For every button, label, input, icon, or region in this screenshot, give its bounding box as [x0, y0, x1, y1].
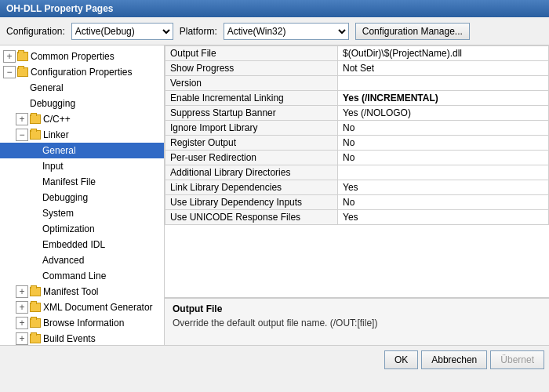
tree-label-linker-manifest: Manifest File	[42, 176, 96, 187]
tree-label-linker-input: Input	[42, 161, 64, 172]
toolbar: Configuration: Active(Debug) Platform: A…	[0, 17, 549, 45]
right-panel: Output File$(OutDir)\$(ProjectName).dllS…	[165, 45, 549, 345]
apply-button[interactable]: Übernet	[490, 350, 544, 369]
tree-label-linker: Linker	[43, 129, 69, 140]
tree-item-linker-optimization[interactable]: Optimization	[0, 221, 164, 237]
expander-manifest-tool[interactable]	[16, 285, 28, 298]
property-name-3: Enable Incremental Linking	[165, 91, 338, 106]
main-content: Common PropertiesConfiguration Propertie…	[0, 45, 549, 345]
property-row-1[interactable]: Show ProgressNot Set	[165, 61, 549, 76]
tree-item-linker[interactable]: Linker	[0, 127, 164, 143]
expander-xml-doc-gen[interactable]	[16, 301, 28, 314]
property-name-1: Show Progress	[165, 61, 338, 76]
tree-item-browse-info[interactable]: Browse Information	[0, 315, 164, 331]
property-name-6: Register Output	[165, 136, 338, 151]
configuration-select[interactable]: Active(Debug)	[71, 23, 173, 40]
property-row-2[interactable]: Version	[165, 76, 549, 91]
property-name-5: Ignore Import Library	[165, 121, 338, 136]
folder-icon-cpp	[30, 114, 41, 124]
tree-item-linker-general[interactable]: General	[0, 143, 164, 158]
expander-build-events[interactable]	[16, 332, 28, 345]
config-label: Configuration:	[6, 26, 65, 37]
property-row-8[interactable]: Additional Library Directories	[165, 165, 549, 180]
property-value-4: Yes (/NOLOGO)	[338, 106, 549, 121]
property-value-11: Yes	[338, 210, 549, 225]
property-name-11: Use UNICODE Response Files	[165, 210, 338, 225]
folder-icon-common-props	[17, 52, 28, 61]
expander-linker-manifest	[28, 176, 41, 188]
property-value-10: No	[338, 195, 549, 210]
expander-linker-general	[28, 144, 41, 157]
config-manager-button[interactable]: Configuration Manage...	[355, 23, 470, 40]
ok-button[interactable]: OK	[384, 350, 418, 369]
property-row-4[interactable]: Suppress Startup BannerYes (/NOLOGO)	[165, 106, 549, 121]
tree-item-common-props[interactable]: Common Properties	[0, 49, 164, 64]
property-row-3[interactable]: Enable Incremental LinkingYes (/INCREMEN…	[165, 91, 549, 106]
property-value-0: $(OutDir)\$(ProjectName).dll	[338, 46, 549, 61]
tree-label-linker-general: General	[42, 145, 76, 156]
folder-icon-manifest-tool	[30, 287, 41, 296]
expander-linker-embedded-idl	[28, 238, 41, 251]
description-text: Override the default output file name. (…	[173, 318, 541, 328]
property-name-2: Version	[165, 76, 338, 91]
property-row-7[interactable]: Per-user RedirectionNo	[165, 151, 549, 165]
property-value-7: No	[338, 151, 549, 165]
tree-item-linker-manifest[interactable]: Manifest File	[0, 174, 164, 190]
property-row-6[interactable]: Register OutputNo	[165, 136, 549, 151]
tree-item-debugging[interactable]: Debugging	[0, 96, 164, 111]
tree-item-cpp[interactable]: C/C++	[0, 111, 164, 127]
property-row-5[interactable]: Ignore Import LibraryNo	[165, 121, 549, 136]
tree-item-linker-debugging[interactable]: Debugging	[0, 190, 164, 205]
tree-item-xml-doc-gen[interactable]: XML Document Generator	[0, 299, 164, 315]
property-row-0[interactable]: Output File$(OutDir)\$(ProjectName).dll	[165, 46, 549, 61]
tree-label-manifest-tool: Manifest Tool	[43, 286, 98, 297]
expander-config-props[interactable]	[3, 66, 16, 78]
property-name-10: Use Library Dependency Inputs	[165, 195, 338, 210]
tree-item-build-events[interactable]: Build Events	[0, 331, 164, 345]
expander-cpp[interactable]	[16, 113, 28, 125]
cancel-button[interactable]: Abbrechen	[421, 350, 487, 369]
tree-panel: Common PropertiesConfiguration Propertie…	[0, 45, 165, 345]
tree-item-linker-advanced[interactable]: Advanced	[0, 252, 164, 268]
expander-common-props[interactable]	[3, 50, 16, 63]
tree-label-linker-optimization: Optimization	[42, 223, 95, 234]
tree-label-cpp: C/C++	[43, 114, 71, 125]
property-value-1: Not Set	[338, 61, 549, 76]
title-bar: OH-DLL Property Pages	[0, 0, 549, 17]
tree-label-browse-info: Browse Information	[43, 318, 124, 328]
tree-label-linker-advanced: Advanced	[42, 255, 84, 266]
tree-label-xml-doc-gen: XML Document Generator	[43, 302, 153, 313]
property-row-9[interactable]: Link Library DependenciesYes	[165, 180, 549, 195]
tree-label-general: General	[30, 82, 64, 93]
tree-item-linker-system[interactable]: System	[0, 205, 164, 221]
tree-item-general[interactable]: General	[0, 80, 164, 96]
property-row-11[interactable]: Use UNICODE Response FilesYes	[165, 210, 549, 225]
tree-label-debugging: Debugging	[30, 98, 75, 109]
tree-label-common-props: Common Properties	[31, 51, 115, 62]
expander-browse-info[interactable]	[16, 317, 28, 329]
tree-label-linker-command: Command Line	[42, 270, 106, 281]
expander-linker[interactable]	[16, 129, 28, 141]
tree-label-linker-embedded-idl: Embedded IDL	[42, 239, 105, 250]
tree-item-linker-embedded-idl[interactable]: Embedded IDL	[0, 237, 164, 252]
folder-icon-browse-info	[30, 318, 41, 328]
tree-item-linker-command[interactable]: Command Line	[0, 268, 164, 284]
bottom-buttons: OK Abbrechen Übernet	[0, 345, 549, 373]
expander-linker-command	[28, 270, 41, 282]
property-name-9: Link Library Dependencies	[165, 180, 338, 195]
property-value-5: No	[338, 121, 549, 136]
folder-icon-linker	[30, 130, 41, 140]
platform-select[interactable]: Active(Win32)	[224, 23, 349, 40]
tree-label-build-events: Build Events	[43, 333, 96, 344]
tree-item-linker-input[interactable]: Input	[0, 158, 164, 174]
tree-item-config-props[interactable]: Configuration Properties	[0, 64, 164, 80]
property-row-10[interactable]: Use Library Dependency InputsNo	[165, 195, 549, 210]
expander-linker-input	[28, 160, 41, 172]
expander-debugging	[16, 97, 28, 110]
platform-label: Platform:	[180, 26, 217, 37]
description-panel: Output File Override the default output …	[165, 298, 549, 345]
expander-linker-debugging	[28, 191, 41, 204]
property-value-6: No	[338, 136, 549, 151]
tree-item-manifest-tool[interactable]: Manifest Tool	[0, 284, 164, 299]
tree-label-linker-system: System	[42, 208, 74, 219]
